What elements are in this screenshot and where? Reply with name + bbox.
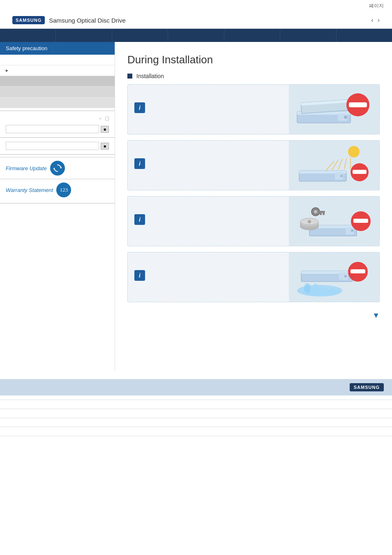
info-icon-3-text: i (139, 216, 141, 223)
section-bullet (127, 74, 132, 79)
svg-line-14 (332, 160, 338, 170)
content-bottom-icon: ▼ (127, 308, 380, 323)
sidebar-item-1[interactable] (0, 55, 115, 65)
svg-point-23 (351, 229, 353, 232)
nav-tab-3[interactable] (112, 29, 168, 42)
nav-tab-4[interactable] (168, 29, 224, 42)
info-icon-4-text: i (139, 272, 141, 279)
svg-point-28 (308, 220, 311, 223)
sidebar-input-btn-1[interactable]: ■ (101, 126, 109, 133)
svg-rect-19 (353, 170, 367, 174)
info-icon-2-text: i (139, 160, 141, 167)
info-icon-1-text: i (139, 104, 141, 111)
svg-rect-32 (323, 213, 325, 215)
info-card-3-right (289, 197, 379, 246)
info-icon-1: i (134, 102, 145, 113)
bottom-line-4 (0, 427, 392, 436)
sidebar-input-row-2: ■ (0, 140, 115, 152)
sidebar-input-1[interactable] (6, 125, 99, 133)
logo-text: Samsung Optical Disc Drive (49, 17, 126, 24)
svg-rect-35 (353, 219, 368, 223)
nav-tabs (0, 29, 392, 42)
info-card-1-left: i (128, 97, 289, 122)
bottom-line-5 (0, 436, 392, 445)
page-label: 페이지 (369, 2, 384, 9)
warranty-statement-label: Warranty Statement (6, 187, 53, 193)
info-card-4-right (289, 252, 379, 302)
content-title: During Installation (127, 53, 380, 66)
header-nav-icons: ‹ › (371, 16, 380, 24)
sidebar-input-2[interactable] (6, 142, 99, 150)
nav-tab-1[interactable] (0, 29, 56, 42)
nav-tab-2[interactable] (56, 29, 112, 42)
info-icon-4: i (134, 270, 145, 281)
sidebar: Safety precaution ◦ □ ■ ■ Firmware Updat… (0, 42, 115, 371)
svg-rect-31 (318, 211, 325, 213)
svg-point-3 (344, 116, 347, 119)
sidebar-input-row-1: ■ (0, 123, 115, 135)
firmware-update-label: Firmware Update (6, 165, 47, 171)
svg-point-12 (348, 146, 360, 157)
logo-badge: SAMSUNG (12, 16, 45, 24)
sidebar-item-4[interactable] (0, 87, 115, 97)
svg-point-39 (344, 275, 347, 278)
nav-prev-icon[interactable]: ‹ (371, 16, 373, 24)
nav-tab-6[interactable] (280, 29, 336, 42)
nav-tab-7[interactable] (337, 29, 392, 42)
sidebar-icon-1[interactable]: ◦ (99, 115, 101, 122)
top-bar: 페이지 (0, 0, 392, 12)
bottom-line-3 (0, 418, 392, 427)
svg-line-15 (338, 159, 342, 169)
info-card-3: i (127, 196, 380, 246)
samsung-logo: SAMSUNG Samsung Optical Disc Drive (12, 16, 126, 24)
info-icon-3: i (134, 214, 145, 225)
svg-rect-45 (350, 269, 365, 273)
sidebar-item-2[interactable] (0, 65, 115, 76)
svg-point-11 (340, 175, 343, 177)
info-card-3-left: i (128, 208, 289, 234)
svg-line-16 (344, 158, 346, 169)
main-layout: Safety precaution ◦ □ ■ ■ Firmware Updat… (0, 42, 392, 371)
sidebar-icon-row-1: ◦ □ (0, 113, 115, 123)
info-card-1: i (127, 84, 380, 134)
svg-point-43 (313, 283, 318, 291)
bottom-line-1 (0, 400, 392, 409)
info-card-1-right (289, 85, 379, 134)
warranty-statement-link[interactable]: Warranty Statement 123 (0, 179, 115, 201)
header: SAMSUNG Samsung Optical Disc Drive ‹ › (0, 12, 392, 29)
info-icon-2: i (134, 158, 145, 169)
nav-tab-5[interactable] (224, 29, 280, 42)
sidebar-divider-4 (0, 203, 115, 204)
svg-point-42 (304, 283, 311, 293)
bottom-line-2 (0, 409, 392, 418)
nav-next-icon[interactable]: › (378, 16, 380, 24)
warranty-statement-icon: 123 (56, 183, 71, 197)
svg-line-13 (326, 161, 334, 171)
footer-bar: SAMSUNG (0, 379, 392, 395)
sidebar-item-5[interactable] (0, 97, 115, 108)
svg-rect-33 (320, 213, 322, 215)
bottom-lines (0, 395, 392, 449)
warranty-icon-text: 123 (60, 187, 68, 193)
svg-rect-7 (349, 102, 367, 107)
info-card-2-left: i (128, 153, 289, 178)
section-header: Installation (127, 73, 380, 79)
section-label: Installation (136, 73, 164, 79)
sidebar-icon-2[interactable]: □ (106, 115, 109, 122)
svg-point-30 (314, 210, 317, 213)
content-area: During Installation Installation i (115, 42, 392, 371)
sidebar-divider-2 (0, 137, 115, 138)
sidebar-input-btn-2[interactable]: ■ (101, 143, 109, 150)
info-card-4-left: i (128, 264, 289, 290)
info-card-2: i (127, 140, 380, 190)
info-card-4: i (127, 252, 380, 302)
firmware-update-icon (50, 161, 65, 176)
sidebar-divider-1 (0, 111, 115, 111)
sidebar-divider-3 (0, 154, 115, 155)
info-card-2-right (289, 141, 379, 190)
footer-samsung-logo: SAMSUNG (350, 383, 384, 391)
sidebar-item-3[interactable] (0, 76, 115, 87)
sidebar-section-title[interactable]: Safety precaution (0, 42, 115, 55)
bookmark-icon[interactable]: ▼ (372, 311, 380, 320)
firmware-update-link[interactable]: Firmware Update (0, 157, 115, 179)
